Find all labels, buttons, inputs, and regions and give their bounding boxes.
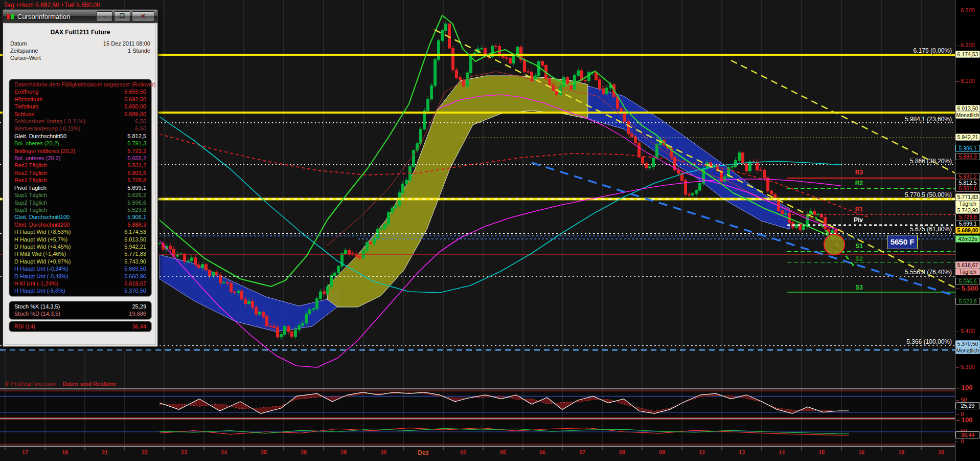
price-axis-badge: 36,44 (955, 431, 980, 438)
stoch-row: Stoch %D (14,3,5) 19,686 (9, 310, 151, 317)
price-axis-badge: 6.174,53 (955, 51, 980, 58)
price-tick-label: 5.300 (956, 364, 975, 370)
price-axis-badge: 25,29 (955, 402, 980, 409)
pivot-level-label: Piv (854, 216, 863, 224)
indicator-row-label: Datenhistorie dem Fälligkeitsdatum angep… (14, 81, 155, 88)
price-alert-flag[interactable]: 5650 F (887, 235, 918, 249)
time-axis-label: 14 (779, 449, 785, 455)
indicator-row-value: 5.699,1 (127, 184, 146, 191)
info-row-label: Cursor-Wert (10, 54, 41, 61)
indicator-row-label: Gleit. Durchschnitt100 (14, 213, 70, 221)
minimize-button[interactable]: – (96, 11, 112, 21)
info-row-label: Datum (10, 40, 27, 47)
indicator-row-label: Tiefstkurs (14, 103, 38, 110)
candlestick-icon (6, 13, 14, 20)
pivot-level-label: S2 (855, 255, 863, 262)
indicator-row-value: 5.626,2 (127, 191, 146, 199)
time-axis-label: 24 (221, 449, 227, 455)
indicator-row-value: 5.728,8 (127, 177, 146, 184)
time-axis-label: 18 (62, 449, 68, 455)
price-axis-badge: 5.743,90 (955, 207, 980, 214)
time-axis-label: 12 (699, 449, 705, 455)
price-axis-badge: 42m13s (955, 235, 980, 243)
indicator-row-value: 5.771,83 (124, 250, 146, 257)
indicator-row: Schlusskurs Vortag (-0,11%) -6,50 (9, 118, 151, 125)
price-tick-label: 6.100 (956, 78, 975, 84)
fibonacci-level-label: 5.556,9 (76,40%) (905, 269, 952, 276)
time-axis-label: 21 (102, 449, 108, 455)
price-axis-badge: 5.618,67 (955, 261, 980, 269)
window-body: DAX Full1211 Future Datum 15 Dez 2011 08… (5, 23, 156, 345)
price-axis-badge: 6.013,50 (955, 105, 980, 112)
fibonacci-level-label: 5.866 (38,20%) (910, 158, 952, 165)
indicator-row-value: 5.655,2 (127, 155, 146, 162)
maximize-button[interactable]: ❐ (114, 11, 130, 21)
indicator-row: H Haupt Wid (+5,7%) 6.013,50 (9, 236, 151, 243)
price-axis-badge: 5.728,8 (955, 213, 980, 221)
indicator-row-value: 5.650,00 (124, 103, 146, 110)
indicator-row: Eröffnung 5.659,50 (9, 88, 151, 95)
indicator-row-label: Pivot Täglich (14, 184, 47, 191)
close-button[interactable]: ✕ (132, 11, 154, 21)
indicator-row-label: Bol. oberes (20,2) (14, 140, 59, 147)
indicator-row: Gleit. Durchschnitt200 5.886,3 (9, 221, 151, 228)
indicator-row: Res1 Täglich 5.728,8 (9, 177, 151, 184)
pivot-level-label: R2 (855, 180, 863, 187)
indicator-row: Sup3 Täglich 5.523,8 (9, 206, 151, 213)
indicator-row-value: 5.370,50 (124, 287, 146, 294)
price-axis-badge: 5.942,21 (955, 134, 980, 141)
indicator-row: Sup2 Täglich 5.596,6 (9, 199, 151, 206)
rsi-values-box: RSI (14) 36,44 (9, 321, 152, 332)
indicator-row: Wertveränderung (-0,11%) -6,50 (9, 125, 151, 132)
indicator-row-value: 5.812,5 (127, 133, 146, 140)
copyright-line: © ProRealTime.comDaten sind Realtime (5, 381, 117, 387)
info-row: Zeitspanne 1 Stunde (10, 47, 150, 54)
indicator-row: H Haupt Unt (-5,6%) 5.370,50 (9, 287, 151, 294)
indicator-row-value: 5.659,50 (124, 88, 146, 95)
indicator-row-value: 5.886,3 (127, 221, 146, 228)
time-axis-label: 15 (818, 449, 825, 455)
price-tick-label: 5.500 (956, 284, 978, 292)
window-titlebar[interactable]: Cursorinformation – ❐ ✕ (3, 10, 157, 23)
indicator-row-label: H Haupt Unt (-5,6%) (14, 287, 65, 294)
price-axis-badge: Monatlich (955, 112, 980, 119)
indicator-row-label: D Haupt Unt (-0,49%) (14, 273, 69, 280)
indicator-row-value: 5.831,2 (127, 162, 146, 169)
fibonacci-level-label: 5.366 (100,00%) (906, 338, 952, 345)
price-axis-badge: 5.906,1 (955, 145, 980, 152)
price-tick-label: 100 (956, 416, 973, 424)
time-axis-label: 07 (579, 449, 585, 455)
stoch-row: Stoch %K (14,3,5) 25,29 (9, 303, 151, 310)
indicator-row: H Kl Unt (-1,24%) 5.618,67 (9, 280, 151, 287)
indicator-row: Bol. oberes (20,2) 5.791,3 (9, 140, 151, 147)
window-title: Cursorinformation (17, 13, 70, 20)
indicator-row-value: 5.723,2 (127, 147, 146, 155)
indicator-row-label: Gleit. Durchschnitt50 (14, 133, 66, 140)
indicator-row-value: 5.660,96 (124, 273, 146, 280)
time-axis-label: 23 (181, 449, 187, 455)
indicator-row-label: Res1 Täglich (14, 177, 47, 184)
time-axis-label: 30 (380, 449, 386, 455)
indicator-row: D Haupt Wid (+0,97%) 5.743,90 (9, 258, 151, 265)
indicator-row-value: 5.906,1 (127, 213, 146, 221)
stoch-row-label: Stoch %D (14,3,5) (14, 310, 60, 317)
indicator-row-label: D Haupt Wid (+4,45%) (14, 243, 71, 250)
indicator-row-label: Wertveränderung (-0,11%) (14, 125, 80, 132)
stoch-row-label: Stoch %K (14,3,5) (14, 303, 60, 310)
indicator-row-label: H Haupt Wid (+5,7%) (14, 236, 67, 243)
price-tick-label: 6.200 (956, 42, 975, 48)
indicator-row: D Haupt Wid (+4,45%) 5.942,21 (9, 243, 151, 250)
price-tick-label: 6.300 (956, 7, 975, 13)
indicator-row: H Mittl Wid (+1,46%) 5.771,83 (9, 250, 151, 257)
cursor-information-window: Cursorinformation – ❐ ✕ DAX Full1211 Fut… (3, 9, 158, 347)
stochastic-values-box: Stoch %K (14,3,5) 25,29 Stoch %D (14,3,5… (9, 301, 152, 320)
price-axis-badge: 5.831,2 (955, 173, 980, 180)
indicator-row-value: -6,50 (133, 125, 146, 132)
indicator-row-value: 5.791,3 (127, 140, 146, 147)
price-axis-badge: 5.771,83 (955, 193, 980, 201)
indicator-row-label: Höchstkurs (14, 96, 42, 103)
price-axis-badge: Täglich (955, 200, 980, 207)
indicator-row: H Haupt Wid (+8,53%) 6.174,53 (9, 228, 151, 235)
pivot-level-label: S1 (855, 243, 863, 250)
trading-app: Tag:+Hoch 5.692,50 +Tief 5.650,00 © ProR… (0, 0, 980, 461)
